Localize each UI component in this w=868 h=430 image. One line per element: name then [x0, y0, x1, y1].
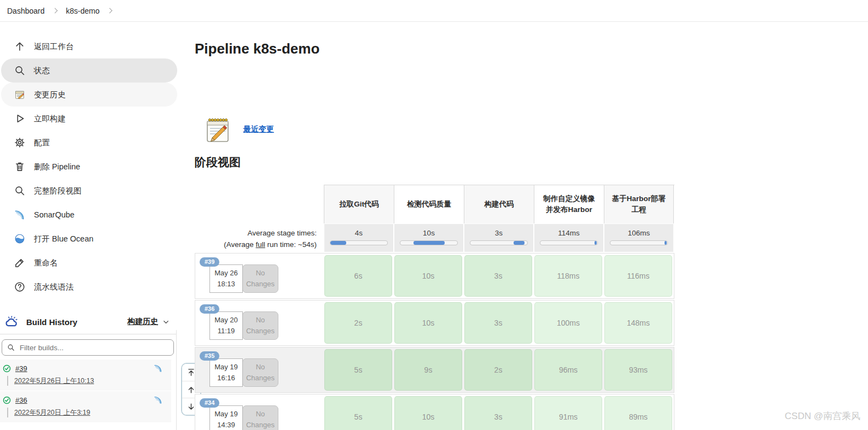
stage-cell: 10s [393, 301, 463, 345]
build-number-link[interactable]: #39 [15, 364, 27, 373]
sidebar-item-sonarqube[interactable]: SonarQube [1, 203, 177, 227]
trend-dropdown[interactable]: 构建历史 [127, 317, 170, 327]
stage-cell: 9s [393, 347, 463, 392]
sidebar-item-label: 返回工作台 [34, 42, 74, 52]
stage-cell: 6s [323, 254, 393, 298]
chevron-down-icon [162, 319, 170, 326]
stage-cell: 116ms [603, 254, 673, 298]
stage-duration-cell[interactable]: 5s [324, 396, 392, 430]
sidebar-item-label: 立即构建 [34, 114, 66, 124]
build-list-item: #39 2022年5月26日 上午10:13 [0, 360, 171, 391]
breadcrumb-dashboard-link[interactable]: Dashboard [7, 7, 45, 15]
average-value: 10s [394, 229, 463, 237]
build-datetime-link[interactable]: May 26 18:13 [209, 264, 243, 293]
sonarqube-icon [154, 396, 162, 404]
build-label-cell: #39 May 26 18:13 No Changes [195, 254, 323, 298]
filter-builds-input[interactable] [19, 343, 168, 352]
stage-time-bar [470, 240, 528, 245]
average-cell: 4s [324, 224, 393, 252]
stage-duration-cell[interactable]: 3s [464, 302, 532, 344]
stage-cell: 89ms [603, 394, 673, 430]
sidebar-item-label: 完整阶段视图 [34, 186, 81, 196]
sidebar-item-open-blue-ocean[interactable]: 打开 Blue Ocean [1, 227, 177, 251]
stage-duration-cell[interactable]: 2s [324, 302, 392, 344]
stage-duration-cell[interactable]: 3s [464, 255, 532, 297]
stage-cell: 148ms [603, 301, 673, 345]
stage-duration-cell[interactable]: 6s [324, 255, 392, 297]
sidebar-item-build-now[interactable]: 立即构建 [1, 107, 177, 131]
stage-cell: 93ms [603, 347, 673, 392]
stage-duration-cell[interactable]: 10s [394, 255, 462, 297]
average-cell: 114ms [534, 224, 603, 252]
sidebar-item-label: 重命名 [34, 258, 58, 268]
stage-duration-cell[interactable]: 116ms [604, 255, 672, 297]
stage-duration-cell[interactable]: 2s [464, 349, 532, 391]
stage-header-cell: 检测代码质量 [394, 185, 464, 223]
play-icon [14, 113, 25, 124]
search-icon [7, 344, 15, 351]
stage-duration-cell[interactable]: 10s [394, 396, 462, 430]
stage-cell: 5s [323, 347, 393, 392]
sidebar-item-rename[interactable]: 重命名 [1, 251, 177, 275]
build-date-link[interactable]: 2022年5月20日 上午3:19 [14, 408, 90, 417]
panel-divider [176, 330, 177, 430]
stage-duration-cell[interactable]: 89ms [604, 396, 672, 430]
tree-line [7, 376, 8, 386]
sidebar-item-configure[interactable]: 配置 [1, 131, 177, 155]
stage-duration-cell[interactable]: 91ms [534, 396, 602, 430]
breadcrumb-job-link[interactable]: k8s-demo [66, 7, 100, 15]
sidebar-item-status[interactable]: 状态 [1, 58, 177, 83]
stage-duration-cell[interactable]: 96ms [534, 349, 602, 391]
weather-cloud-icon [4, 315, 19, 328]
build-number-badge: #35 [200, 351, 219, 361]
check-circle-icon [3, 396, 11, 404]
build-date-link[interactable]: 2022年5月26日 上午10:13 [14, 376, 94, 386]
sidebar-item-delete-pipeline[interactable]: 删除 Pipeline [1, 155, 177, 179]
recent-changes-link[interactable]: 最近变更 [243, 125, 274, 134]
stage-cell: 3s [463, 301, 533, 345]
stage-duration-cell[interactable]: 3s [464, 396, 532, 430]
build-number-link[interactable]: #36 [15, 396, 27, 404]
average-value: 4s [324, 229, 393, 237]
average-stage-times-text: Average stage times: [195, 227, 317, 239]
breadcrumb: Dashboard k8s-demo [0, 0, 868, 22]
sonarqube-icon [154, 364, 162, 373]
sidebar-item-full-stage-view[interactable]: 完整阶段视图 [1, 179, 177, 203]
build-datetime-link[interactable]: May 19 14:39 [209, 405, 243, 430]
table-row: #36 May 20 11:19 No Changes 2s 10s 3s 10… [195, 300, 674, 346]
stage-duration-cell[interactable]: 148ms [604, 302, 672, 344]
build-label-cell: #34 May 19 14:39 No Changes [195, 394, 323, 430]
stage-cell: 10s [393, 394, 463, 430]
tree-line [7, 408, 8, 417]
chevron-right-icon [107, 8, 113, 14]
up-arrow-icon [14, 41, 25, 52]
stage-duration-cell[interactable]: 10s [394, 302, 462, 344]
stage-view-title: 阶段视图 [195, 155, 241, 170]
build-datetime-link[interactable]: May 20 11:19 [209, 311, 243, 340]
stage-header-cell: 构建代码 [464, 185, 534, 223]
build-list-item: #36 2022年5月20日 上午3:19 [0, 391, 171, 422]
sidebar-item-back-to-dashboard[interactable]: 返回工作台 [1, 34, 177, 58]
stage-duration-cell[interactable]: 100ms [534, 302, 602, 344]
stage-cell: 100ms [533, 301, 603, 345]
stage-header-cell: 拉取Git代码 [324, 185, 394, 223]
sidebar-item-label: 流水线语法 [34, 282, 74, 292]
average-cells: 4s 10s 3s 114ms 106ms [324, 223, 674, 253]
stage-cells: 5s 9s 2s 96ms 93ms [323, 347, 673, 392]
stage-time-bar-fill [413, 241, 445, 245]
sidebar-item-changes-history[interactable]: 变更历史 [1, 83, 177, 107]
sidebar-item-label: 删除 Pipeline [34, 162, 80, 172]
sidebar-item-label: SonarQube [34, 210, 74, 219]
stage-cell: 3s [463, 254, 533, 298]
stage-cells: 2s 10s 3s 100ms 148ms [323, 301, 673, 345]
check-circle-icon [3, 364, 11, 373]
sidebar-item-pipeline-syntax[interactable]: 流水线语法 [1, 275, 177, 299]
stage-time-bar [400, 240, 458, 245]
build-datetime-link[interactable]: May 19 16:16 [209, 358, 243, 387]
stage-duration-cell[interactable]: 9s [394, 349, 462, 391]
average-value: 114ms [534, 229, 603, 237]
stage-duration-cell[interactable]: 93ms [604, 349, 672, 391]
stage-duration-cell[interactable]: 118ms [534, 255, 602, 297]
stage-cells: 5s 10s 3s 91ms 89ms [323, 394, 673, 430]
stage-duration-cell[interactable]: 5s [324, 349, 392, 391]
